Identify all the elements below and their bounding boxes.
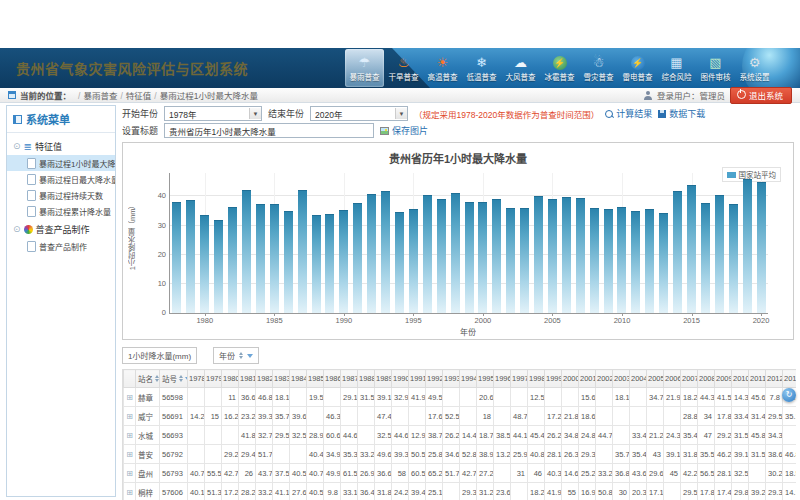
column-header-year-1980[interactable]: 1980: [222, 370, 239, 388]
login-user-label: 登录用户：管理员: [657, 89, 725, 101]
expander-icon[interactable]: ⊙: [13, 142, 21, 151]
nav-item-cold[interactable]: ❄低温普查: [462, 49, 501, 87]
user-area: 登录用户：管理员 退出系统: [644, 87, 792, 104]
column-header-year-1979[interactable]: 1979: [205, 370, 222, 388]
column-header-year-1998[interactable]: 1998: [528, 370, 545, 388]
station-id-cell: 56693: [160, 426, 188, 445]
calculate-button[interactable]: 计算结果: [605, 107, 652, 120]
column-header-year-1996[interactable]: 1996: [494, 370, 511, 388]
nav-item-risk[interactable]: ▦综合风险: [657, 49, 696, 87]
column-header-year-1983[interactable]: 1983: [273, 370, 290, 388]
sidebar-item[interactable]: 暴雨过程持续天数: [7, 187, 115, 203]
column-header-year-2013[interactable]: 2013: [783, 370, 797, 388]
column-header-year-1992[interactable]: 1992: [426, 370, 443, 388]
value-cell: 43.7: [256, 464, 273, 483]
column-header-year-1982[interactable]: 1982: [256, 370, 273, 388]
app-header: 贵州省气象灾害风险评估与区划系统 ☂暴雨普查♨干旱普查☀高温普查❄低温普查☁大风…: [0, 48, 800, 88]
row-expander-icon[interactable]: ⊞: [124, 464, 136, 483]
column-header-year-2012[interactable]: 2012: [766, 370, 783, 388]
column-header-year-1986[interactable]: 1986: [324, 370, 341, 388]
bar-2019: [743, 179, 752, 313]
value-cell: 35.1: [783, 407, 797, 426]
column-header-year-2010[interactable]: 2010: [732, 370, 749, 388]
column-header-year-2001[interactable]: 2001: [579, 370, 596, 388]
sidebar-item[interactable]: 暴雨过程日最大降水量: [7, 171, 115, 187]
column-header-station-name[interactable]: 站名: [136, 370, 160, 388]
value-cell: 31.5: [732, 426, 749, 445]
value-cell: 41.1: [273, 483, 290, 500]
bar-1992: [367, 194, 376, 313]
column-header-year-1995[interactable]: 1995: [477, 370, 494, 388]
value-cell: 43: [647, 445, 664, 464]
tree-group-features[interactable]: ⊙≣特征值: [7, 136, 115, 155]
column-header-year-1984[interactable]: 1984: [290, 370, 307, 388]
value-cell: 36.6: [239, 388, 256, 407]
value-cell: 61.5: [341, 464, 358, 483]
column-header-year-1989[interactable]: 1989: [375, 370, 392, 388]
value-cell: 29.3: [579, 445, 596, 464]
sidebar-item[interactable]: 暴雨过程1小时最大降水量: [7, 155, 115, 171]
end-year-select[interactable]: 2020年 ▼: [310, 106, 408, 121]
column-header-year-1993[interactable]: 1993: [443, 370, 460, 388]
nav-item-wind[interactable]: ☁大风普查: [501, 49, 540, 87]
value-cell: 40.3: [545, 464, 562, 483]
column-header-year-1991[interactable]: 1991: [409, 370, 426, 388]
nav-item-rainstorm[interactable]: ☂暴雨普查: [345, 49, 384, 87]
column-header-year-1999[interactable]: 1999: [545, 370, 562, 388]
snow-icon: ☃: [591, 55, 607, 70]
column-header-year-2007[interactable]: 2007: [681, 370, 698, 388]
download-button[interactable]: 数据下载: [658, 107, 705, 120]
column-header-year-2011[interactable]: 2011: [749, 370, 766, 388]
breadcrumb-link[interactable]: 暴雨普查: [83, 91, 117, 101]
row-expander-icon[interactable]: ⊞: [124, 426, 136, 445]
nav-item-snow[interactable]: ☃雪灾普查: [579, 49, 618, 87]
value-filter-box[interactable]: 1小时降水量(mm): [122, 347, 197, 364]
tree-group-products[interactable]: ⊙普查产品制作: [7, 219, 115, 238]
column-header-year-2005[interactable]: 2005: [647, 370, 664, 388]
column-header-station-id[interactable]: 站号: [160, 370, 188, 388]
column-header-year-2004[interactable]: 2004: [630, 370, 647, 388]
sidebar-item[interactable]: 暴雨过程累计降水量: [7, 203, 115, 219]
nav-item-heat[interactable]: ☀高温普查: [423, 49, 462, 87]
row-expander-icon[interactable]: ⊞: [124, 483, 136, 500]
x-tick-label: 2005: [544, 316, 561, 325]
column-header-year-1990[interactable]: 1990: [392, 370, 409, 388]
row-expander-icon[interactable]: ⊞: [124, 445, 136, 464]
sidebar-item[interactable]: 普查产品制作: [7, 238, 115, 254]
nav-item-lightning[interactable]: ⚡雷电普查: [618, 49, 657, 87]
cold-icon: ❄: [474, 55, 490, 70]
column-header-year-2000[interactable]: 2000: [562, 370, 579, 388]
column-header-year-1988[interactable]: 1988: [358, 370, 375, 388]
logout-button[interactable]: 退出系统: [730, 87, 792, 104]
column-header-year-1987[interactable]: 1987: [341, 370, 358, 388]
expander-icon[interactable]: ⊙: [13, 225, 21, 234]
start-year-select[interactable]: 1978年 ▼: [164, 106, 262, 121]
nav-item-hail[interactable]: ⚡冰雹普查: [540, 49, 579, 87]
value-cell: 52.8: [460, 445, 477, 464]
chart-title-input[interactable]: [164, 123, 374, 138]
column-header-year-1981[interactable]: 1981: [239, 370, 256, 388]
column-header-year-2009[interactable]: 2009: [715, 370, 732, 388]
column-header-year-1985[interactable]: 1985: [307, 370, 324, 388]
rainstorm-icon: ☂: [357, 55, 373, 70]
nav-item-audit[interactable]: ▧图件审核: [696, 49, 735, 87]
breadcrumb-link[interactable]: 特征值: [126, 91, 152, 101]
value-cell: 39.1: [664, 445, 681, 464]
nav-item-drought[interactable]: ♨干旱普查: [384, 49, 423, 87]
column-header-year-2008[interactable]: 2008: [698, 370, 715, 388]
row-expander-icon[interactable]: ⊞: [124, 388, 136, 407]
year-filter-box[interactable]: 年份: [213, 347, 259, 364]
column-header-year-1978[interactable]: 1978: [188, 370, 205, 388]
column-header-year-1997[interactable]: 1997: [511, 370, 528, 388]
column-header-year-2002[interactable]: 2002: [596, 370, 613, 388]
nav-item-settings[interactable]: ⚙系统设置: [735, 49, 774, 87]
value-cell: 46.3: [324, 407, 341, 426]
column-header-year-2006[interactable]: 2006: [664, 370, 681, 388]
column-header-year-2003[interactable]: 2003: [613, 370, 630, 388]
save-image-button[interactable]: 保存图片: [380, 124, 428, 137]
floating-action-button[interactable]: ↻: [782, 388, 796, 402]
column-header-year-1994[interactable]: 1994: [460, 370, 477, 388]
breadcrumb-link[interactable]: 暴雨过程1小时最大降水量: [160, 91, 258, 101]
row-expander-icon[interactable]: ⊞: [124, 407, 136, 426]
value-cell: [290, 388, 307, 407]
